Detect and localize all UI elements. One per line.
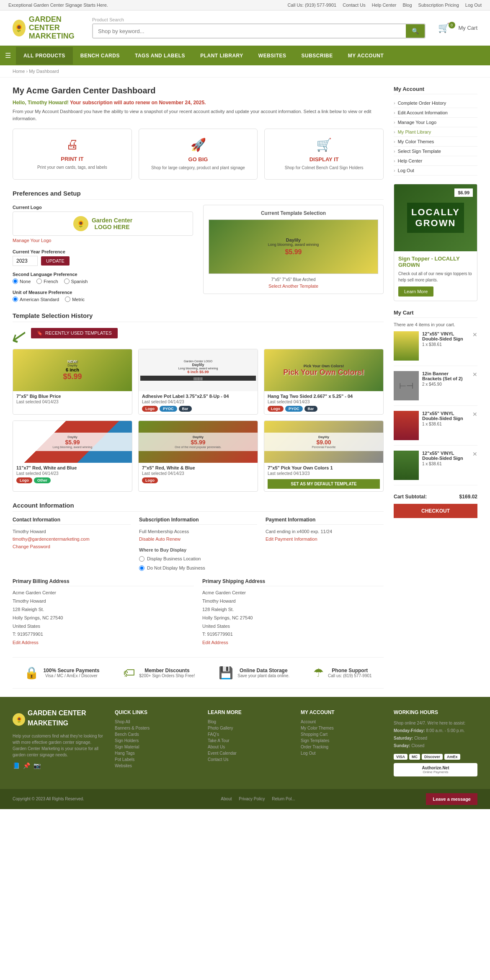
footer-link-photo-gallery[interactable]: Photo Gallery (208, 726, 291, 730)
live-chat-btn[interactable]: Leave a message (426, 793, 477, 805)
footer-link-order-tracking[interactable]: Order Tracking (301, 745, 384, 749)
template-card-date-3: Last selected 04/14/23 (268, 400, 380, 404)
nav-my-account[interactable]: MY ACCOUNT (340, 47, 392, 64)
billing-edit-link[interactable]: Edit Address (13, 640, 39, 645)
template-card-6[interactable]: Daylily $9.00 Perennial Favorite 7"x5" P… (264, 420, 384, 492)
contact-email-link[interactable]: timothy@gardencentermarketing.com (13, 536, 90, 542)
cart-area[interactable]: 🛒 0 My Cart (438, 23, 478, 34)
trust-storage-desc: Save your plant data online. (237, 673, 289, 678)
footer-link-contact[interactable]: Contact Us (208, 757, 291, 762)
footer-privacy-link[interactable]: Privacy Policy (239, 797, 265, 801)
template-card-info-4: 11"x7" Red, White and Blue Last selected… (13, 463, 132, 486)
template-card-1[interactable]: NEW! Daylily 6 inch $5.99 7"x5" Big Blue… (13, 349, 132, 415)
template-card-2[interactable]: Garden Center LOGO Daylily Long blooming… (138, 349, 258, 415)
footer-link-faqs[interactable]: FAQ's (208, 732, 291, 737)
tag-logo-4: Logo (16, 477, 32, 483)
sidebar-link-order-history[interactable]: Complete Order History (394, 98, 477, 108)
facebook-icon[interactable]: 📘 (13, 762, 20, 769)
footer-link-shop-all[interactable]: Shop All (115, 720, 198, 724)
footer-link-banners[interactable]: Banners & Posters (115, 726, 198, 730)
footer-link-pot-labels[interactable]: Pot Labels (115, 757, 198, 762)
footer-grid: 🌻 GARDEN CENTER MARKETING Help your cust… (13, 709, 477, 776)
tag-other-4: Other (34, 477, 51, 483)
action-card-display[interactable]: 🛒 DISPLAY IT Shop for Colmet Bench Card … (264, 129, 384, 180)
lang-spanish-radio[interactable]: Spanish (64, 279, 88, 284)
dashboard-desc: From your My Account Dashboard you have … (13, 108, 384, 122)
footer-link-sign-material[interactable]: Sign Material (115, 745, 198, 749)
instagram-icon[interactable]: 📷 (34, 762, 41, 769)
trust-secure-desc: Visa / MC / AmEx / Discover (43, 673, 99, 678)
cart-item-remove-3[interactable]: ✕ (472, 411, 477, 440)
set-default-btn[interactable]: SET AS MY DEFAULT TEMPLATE (268, 479, 380, 489)
sidebar-link-color-themes[interactable]: My Color Themes (394, 137, 477, 147)
nav-plant-library[interactable]: PLANT LIBRARY (193, 47, 251, 64)
search-button[interactable]: 🔍 (406, 24, 425, 38)
footer-link-events[interactable]: Event Calendar (208, 751, 291, 756)
sidebar-link-logout[interactable]: Log Out (394, 166, 477, 175)
footer-return-link[interactable]: Return Pol... (272, 797, 295, 801)
shipping-line-5: United States (202, 622, 384, 631)
auto-renew-link[interactable]: Disable Auto Renew (139, 536, 181, 542)
footer-about-link[interactable]: About (221, 797, 232, 801)
cart-item-remove-2[interactable]: ✕ (472, 371, 477, 400)
recently-used-btn[interactable]: 🔖 RECENTLY USED TEMPLATES (31, 328, 118, 338)
template-card-4[interactable]: Daylily $5.99 Long blooming, award winni… (13, 420, 132, 492)
lang-none-radio[interactable]: None (13, 279, 31, 284)
phone-icon: ☂ (313, 666, 324, 680)
display-business-radio[interactable] (139, 556, 144, 562)
blog-link[interactable]: Blog (402, 3, 412, 8)
edit-payment-link[interactable]: Edit Payment Information (266, 536, 317, 542)
footer-link-websites[interactable]: Websites (115, 763, 198, 768)
sidebar-link-manage-logo[interactable]: Manage Your Logo (394, 118, 477, 127)
logo-line1: GARDEN CENTER (29, 15, 80, 32)
footer-link-about-us[interactable]: About Us (208, 745, 291, 749)
nav-all-products[interactable]: ALL PRODUCTS (16, 47, 73, 64)
footer-link-color-themes[interactable]: My Color Themes (301, 726, 384, 730)
learn-more-btn[interactable]: Learn More (398, 286, 433, 297)
footer-link-blog[interactable]: Blog (208, 720, 291, 724)
footer-link-sign-templates[interactable]: Sign Templates (301, 738, 384, 743)
checkout-btn[interactable]: CHECKOUT (394, 504, 477, 518)
change-password-link[interactable]: Change Password (13, 544, 50, 549)
sidebar-link-help[interactable]: Help Center (394, 156, 477, 166)
cart-item-remove-4[interactable]: ✕ (472, 451, 477, 480)
cart-item-remove-1[interactable]: ✕ (472, 331, 477, 361)
update-year-btn[interactable]: UPDATE (41, 256, 70, 266)
pinterest-icon[interactable]: 📌 (23, 762, 30, 769)
nav-subscribe[interactable]: SUBSCRIBE (294, 47, 340, 64)
contact-us-link[interactable]: Contact Us (343, 3, 365, 8)
nav-websites[interactable]: WEBSITES (251, 47, 294, 64)
footer-link-account[interactable]: Account (301, 720, 384, 724)
unit-american-radio[interactable]: American Standard (13, 297, 59, 302)
year-input[interactable] (13, 256, 38, 266)
footer-link-hang-tags[interactable]: Hang Tags (115, 751, 198, 756)
select-template-link[interactable]: Select Another Template (209, 284, 378, 289)
footer-sat-day: Saturday: (394, 736, 413, 740)
help-center-link[interactable]: Help Center (372, 3, 397, 8)
shipping-edit-link[interactable]: Edit Address (202, 640, 228, 645)
footer-link-sign-holders[interactable]: Sign Holders (115, 738, 198, 743)
sidebar-link-plant-library[interactable]: My Plant Library (394, 127, 477, 137)
footer-link-bench-cards[interactable]: Bench Cards (115, 732, 198, 737)
template-card-3[interactable]: Pick Your Own Colors! Pick Your Own Colo… (264, 349, 384, 415)
log-out-link[interactable]: Log Out (465, 3, 482, 8)
subscription-pricing-link[interactable]: Subscription Pricing (418, 3, 459, 8)
payment-col: Payment Information Card ending in x4000… (266, 517, 384, 572)
action-card-print[interactable]: 🖨 PRINT IT Print your own cards, tags, a… (13, 129, 132, 180)
lang-french-radio[interactable]: French (36, 279, 58, 284)
search-input[interactable] (93, 24, 406, 38)
unit-metric-radio[interactable]: Metric (65, 297, 85, 302)
template-card-5[interactable]: Daylily $5.99 One of the most popular pe… (138, 420, 258, 492)
footer-link-logout-footer[interactable]: Log Out (301, 751, 384, 756)
menu-icon[interactable]: ☰ (0, 46, 16, 65)
nav-bench-cards[interactable]: BENCH CARDS (73, 47, 127, 64)
action-card-gobig[interactable]: 🚀 GO BIG Shop for large category, produc… (139, 129, 258, 180)
footer-link-tour[interactable]: Take A Tour (208, 738, 291, 743)
nav-tags-labels[interactable]: TAGS AND LABELS (127, 47, 193, 64)
breadcrumb-home[interactable]: Home (13, 69, 25, 74)
sidebar-link-sign-template[interactable]: Select Sign Template (394, 147, 477, 156)
manage-logo-link[interactable]: Manage Your Logo (13, 238, 51, 243)
footer-link-shopping-cart[interactable]: Shopping Cart (301, 732, 384, 737)
do-not-display-radio[interactable] (139, 565, 144, 571)
sidebar-link-edit-account[interactable]: Edit Account Information (394, 108, 477, 118)
